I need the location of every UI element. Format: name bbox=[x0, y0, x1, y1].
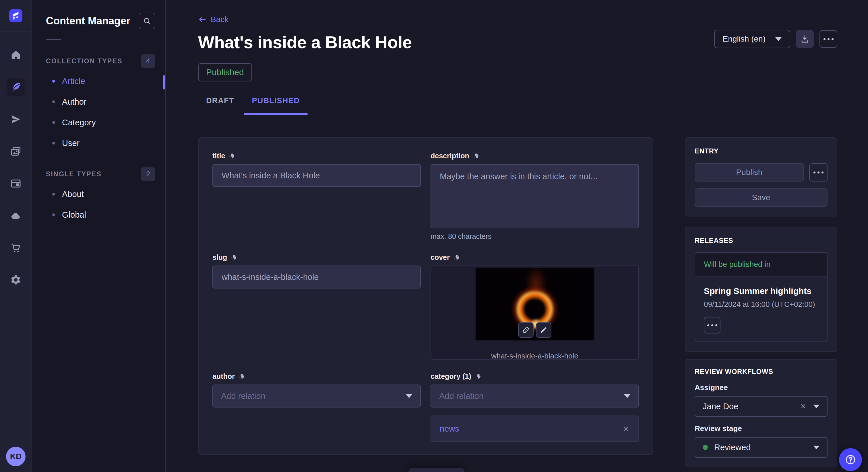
logo-container bbox=[0, 0, 32, 32]
locale-select[interactable]: English (en) bbox=[714, 30, 790, 48]
release-card: Will be published in Spring Summer highl… bbox=[694, 252, 828, 342]
gear-icon bbox=[10, 274, 22, 285]
section-single-types: SINGLE TYPES bbox=[46, 170, 102, 178]
slug-field-label: slug bbox=[212, 253, 227, 262]
nav-home[interactable] bbox=[7, 46, 25, 64]
sidebar-item-global[interactable]: Global bbox=[33, 204, 165, 225]
main-content: Back What's inside a Black Hole Publishe… bbox=[166, 0, 868, 472]
entry-more-button[interactable] bbox=[809, 163, 828, 181]
chevron-down-icon bbox=[775, 37, 782, 41]
copy-link-button[interactable] bbox=[518, 322, 534, 338]
search-button[interactable] bbox=[138, 12, 155, 29]
field-category: category (1) Add relation news bbox=[431, 372, 639, 442]
paper-plane-icon bbox=[10, 113, 22, 125]
field-description: description Maybe the answer is in this … bbox=[431, 152, 639, 241]
sidebar-title: Content Manager bbox=[46, 15, 130, 27]
title-input[interactable] bbox=[212, 164, 421, 187]
assignee-value: Jane Doe bbox=[703, 402, 793, 411]
feather-icon bbox=[10, 81, 22, 93]
strapi-logo[interactable] bbox=[9, 9, 22, 22]
globe-icon bbox=[453, 254, 460, 261]
sidebar-item-category[interactable]: Category bbox=[33, 112, 165, 133]
nav-deploy[interactable] bbox=[7, 110, 25, 129]
nav-content-type-builder[interactable] bbox=[7, 174, 25, 193]
back-link[interactable]: Back bbox=[198, 15, 228, 24]
user-avatar[interactable]: KD bbox=[6, 447, 26, 466]
releases-panel: RELEASES Will be published in Spring Sum… bbox=[685, 227, 837, 352]
title-field-label: title bbox=[212, 152, 225, 160]
nav-media-library[interactable] bbox=[7, 142, 25, 161]
globe-icon bbox=[230, 254, 237, 261]
globe-icon bbox=[238, 373, 245, 380]
sidebar-item-label: User bbox=[62, 138, 80, 148]
link-icon bbox=[522, 326, 530, 334]
category-placeholder: Add relation bbox=[439, 392, 484, 401]
arrow-left-icon bbox=[198, 15, 207, 24]
category-relation-item: news bbox=[431, 415, 639, 442]
tab-published[interactable]: PUBLISHED bbox=[252, 96, 300, 115]
cover-caption: what-s-inside-a-black-hole bbox=[431, 351, 639, 361]
content-manager-sidebar: Content Manager COLLECTION TYPES 4 Artic… bbox=[33, 0, 166, 472]
review-workflows-panel: REVIEW WORKFLOWS Assignee Jane Doe Revie… bbox=[685, 359, 837, 467]
description-hint: max. 80 characters bbox=[431, 232, 639, 241]
assignee-select[interactable]: Jane Doe bbox=[694, 396, 828, 417]
release-title: Spring Summer highlights bbox=[704, 286, 818, 296]
ellipsis-icon bbox=[813, 171, 824, 173]
cover-actions bbox=[518, 322, 551, 338]
sidebar-item-article[interactable]: Article bbox=[33, 71, 165, 92]
description-field-label: description bbox=[431, 152, 469, 160]
download-icon bbox=[800, 34, 809, 43]
version-tabs: DRAFT PUBLISHED bbox=[198, 96, 837, 115]
nav-content-manager[interactable] bbox=[7, 78, 25, 96]
pencil-icon bbox=[539, 326, 548, 334]
remove-relation-button[interactable] bbox=[622, 425, 630, 432]
edit-cover-button[interactable] bbox=[536, 322, 551, 338]
author-field-label: author bbox=[212, 372, 235, 380]
close-icon bbox=[799, 403, 807, 410]
author-placeholder: Add relation bbox=[221, 392, 266, 401]
cloud-icon bbox=[10, 210, 22, 222]
sidebar-item-author[interactable]: Author bbox=[33, 92, 165, 112]
globe-icon bbox=[473, 153, 479, 159]
active-item-indicator bbox=[163, 75, 165, 90]
download-button[interactable] bbox=[796, 30, 814, 48]
sidebar-item-label: Global bbox=[62, 210, 86, 220]
field-author: author Add relation bbox=[212, 372, 421, 442]
publish-button[interactable]: Publish bbox=[694, 163, 804, 181]
scrolled-section-peek bbox=[408, 468, 465, 472]
clear-assignee-button[interactable] bbox=[799, 403, 807, 410]
tab-draft[interactable]: DRAFT bbox=[206, 96, 234, 115]
home-icon bbox=[10, 49, 22, 61]
cover-card: what-s-inside-a-black-hole bbox=[431, 266, 639, 360]
save-button[interactable]: Save bbox=[694, 189, 828, 207]
category-field-label: category (1) bbox=[431, 372, 471, 380]
bullet-icon bbox=[52, 193, 55, 196]
slug-input[interactable] bbox=[212, 266, 421, 289]
sidebar-item-label: Category bbox=[62, 118, 96, 127]
sidebar-item-label: Article bbox=[62, 76, 85, 86]
globe-icon bbox=[228, 153, 235, 159]
author-relation-select[interactable]: Add relation bbox=[212, 384, 421, 407]
field-slug: slug bbox=[212, 253, 421, 360]
relation-link-news[interactable]: news bbox=[440, 424, 459, 434]
globe-icon bbox=[475, 373, 482, 380]
question-mark-icon bbox=[844, 453, 857, 466]
chevron-down-icon bbox=[624, 394, 630, 398]
sidebar-item-about[interactable]: About bbox=[33, 184, 165, 204]
review-stage-label: Review stage bbox=[694, 424, 828, 433]
collection-types-count: 4 bbox=[141, 54, 155, 68]
nav-marketplace[interactable] bbox=[7, 239, 25, 257]
description-textarea[interactable]: Maybe the answer is in this article, or … bbox=[431, 164, 639, 228]
nav-settings[interactable] bbox=[7, 271, 25, 289]
rail-nav bbox=[7, 46, 25, 447]
bullet-icon bbox=[52, 213, 55, 216]
nav-cloud[interactable] bbox=[7, 206, 25, 225]
entry-panel: ENTRY Publish Save bbox=[685, 137, 837, 216]
chevron-down-icon bbox=[813, 405, 819, 408]
help-button[interactable] bbox=[839, 448, 862, 471]
release-more-button[interactable] bbox=[704, 317, 720, 334]
category-relation-select[interactable]: Add relation bbox=[431, 384, 639, 407]
header-more-button[interactable] bbox=[819, 30, 837, 48]
review-stage-select[interactable]: Reviewed bbox=[694, 437, 828, 458]
sidebar-item-user[interactable]: User bbox=[33, 133, 165, 154]
